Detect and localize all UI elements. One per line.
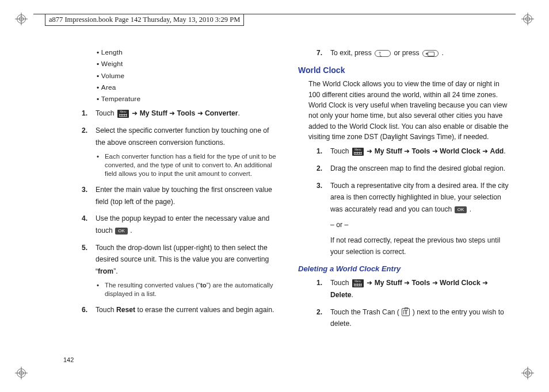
list-item: Length — [97, 47, 277, 57]
right-column: 7. To exit, press or press . World Clock… — [298, 47, 512, 363]
crop-mark-br — [521, 367, 534, 379]
world-clock-steps: 1. Touch ➜ My Stuff ➜ Tools ➜ World Cloc… — [317, 145, 512, 258]
exit-step: 7. To exit, press or press . — [317, 47, 512, 59]
step-3: 3. Enter the main value by touching the … — [82, 184, 277, 207]
sub-note: The resulting converted values (“to”) ar… — [97, 281, 277, 299]
wc-step-3: 3. Touch a representative city from a de… — [317, 180, 512, 258]
heading-world-clock: World Clock — [298, 64, 512, 77]
page-number: 142 — [63, 356, 74, 363]
step-4: 4. Use the popup keypad to enter the nec… — [82, 213, 277, 236]
or-divider: – or – — [330, 219, 512, 231]
del-step-2: 2. Touch the Trash Can ( ) next to the e… — [317, 306, 512, 330]
wc-step-2: 2. Drag the onscreen map to find the des… — [317, 163, 512, 175]
wc-step-1: 1. Touch ➜ My Stuff ➜ Tools ➜ World Cloc… — [317, 145, 512, 157]
delete-world-clock-steps: 1. Touch ➜ My Stuff ➜ Tools ➜ World Cloc… — [317, 277, 512, 330]
ok-button-icon: OK — [455, 206, 467, 213]
step-1: 1. Touch ➜ My Stuff ➜ Tools ➜ Converter. — [82, 107, 277, 120]
world-clock-intro: The World Clock allows you to view the t… — [308, 79, 512, 142]
heading-delete-world-clock: Deleting a World Clock Entry — [298, 263, 512, 275]
crop-mark-tr — [521, 13, 534, 25]
list-item: Volume — [97, 71, 277, 81]
step-5: 5. Touch the drop-down list (upper-right… — [82, 242, 277, 299]
header-filename: a877 Impression.book Page 142 Thursday, … — [45, 14, 244, 26]
back-key-icon — [375, 50, 391, 57]
list-item: Area — [97, 82, 277, 93]
del-step-1: 1. Touch ➜ My Stuff ➜ Tools ➜ World Cloc… — [317, 277, 512, 301]
step-2: 2. Select the specific converter functio… — [82, 125, 277, 179]
ok-button-icon: OK — [115, 228, 128, 235]
sub-note: Each converter function has a field for … — [97, 152, 277, 179]
menu-icon — [352, 279, 364, 287]
converter-steps: 1. Touch ➜ My Stuff ➜ Tools ➜ Converter.… — [82, 107, 277, 316]
wc-step-3-alt: If not read correctly, repeat the previo… — [330, 235, 512, 258]
end-key-icon — [422, 50, 439, 57]
step-7: 7. To exit, press or press . — [317, 47, 512, 59]
menu-icon — [117, 110, 129, 118]
menu-icon — [352, 148, 364, 156]
step-6: 6. Touch Reset to erase the current valu… — [82, 304, 277, 316]
list-item: Temperature — [97, 94, 277, 104]
left-column: Length Weight Volume Area Temperature 1.… — [63, 47, 277, 363]
list-item: Weight — [97, 59, 277, 69]
crop-mark-tl — [15, 13, 28, 25]
converter-type-list: Length Weight Volume Area Temperature — [97, 47, 277, 104]
crop-mark-bl — [15, 367, 28, 379]
trash-icon — [402, 308, 410, 316]
